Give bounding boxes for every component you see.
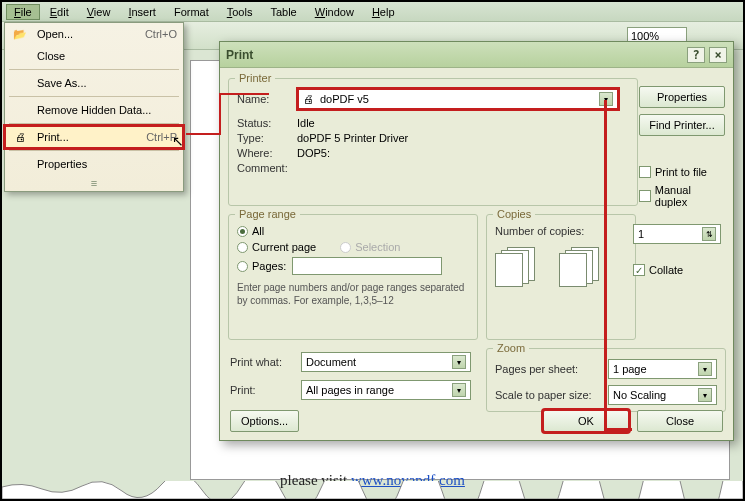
comment-label: Comment: (237, 162, 297, 174)
radio-selection: Selection (340, 241, 400, 253)
copies-illustration (495, 247, 549, 293)
menu-edit[interactable]: Edit (42, 4, 77, 20)
printer-name-select[interactable]: 🖨 doPDF v5 ▾ (298, 89, 618, 109)
radio-all[interactable]: All (237, 225, 264, 237)
open-icon: 📂 (11, 28, 29, 41)
spinner-icon: ⇅ (702, 227, 716, 241)
group-printer-title: Printer (235, 72, 275, 84)
menu-file[interactable]: File (6, 4, 40, 20)
copies-spinner[interactable]: 1 ⇅ (633, 224, 721, 244)
group-page-range: Page range All Current page Selection Pa… (228, 214, 478, 340)
menu-help[interactable]: Help (364, 4, 403, 20)
print-what-label: Print what: (230, 356, 295, 368)
where-label: Where: (237, 147, 297, 159)
menu-view[interactable]: View (79, 4, 119, 20)
collate-checkbox[interactable]: ✓Collate (633, 264, 723, 276)
status-value: Idle (297, 117, 629, 129)
type-label: Type: (237, 132, 297, 144)
radio-current-page[interactable]: Current page (237, 241, 316, 253)
print-to-file-checkbox[interactable]: Print to file (639, 166, 725, 178)
menubar: File Edit View Insert Format Tools Table… (2, 2, 743, 22)
menu-table[interactable]: Table (262, 4, 304, 20)
print-icon: 🖨 (11, 131, 29, 143)
torn-edge (2, 481, 743, 499)
scale-select[interactable]: No Scaling▾ (608, 385, 717, 405)
options-button[interactable]: Options... (230, 410, 299, 432)
file-open[interactable]: 📂 Open... Ctrl+O (5, 23, 183, 45)
status-label: Status: (237, 117, 297, 129)
type-value: doPDF 5 Printer Driver (297, 132, 629, 144)
file-remove-hidden[interactable]: Remove Hidden Data... (5, 99, 183, 121)
print-what-select[interactable]: Document▾ (301, 352, 471, 372)
copies-label: Number of copies: (495, 225, 584, 237)
printer-icon: 🖨 (303, 93, 314, 105)
group-printer: Printer Name: 🖨 doPDF v5 ▾ Status: Idle … (228, 78, 638, 206)
file-saveas[interactable]: Save As... (5, 72, 183, 94)
menu-tools[interactable]: Tools (219, 4, 261, 20)
pages-hint: Enter page numbers and/or page ranges se… (237, 281, 469, 307)
pages-per-sheet-select[interactable]: 1 page▾ (608, 359, 717, 379)
close-button[interactable]: Close (637, 410, 723, 432)
manual-duplex-checkbox[interactable]: Manual duplex (639, 184, 725, 208)
file-expand[interactable]: ≡ (5, 175, 183, 191)
file-close[interactable]: Close (5, 45, 183, 67)
pages-input[interactable] (292, 257, 442, 275)
menu-format[interactable]: Format (166, 4, 217, 20)
radio-pages[interactable]: Pages: (237, 260, 286, 272)
properties-button[interactable]: Properties (639, 86, 725, 108)
file-dropdown: 📂 Open... Ctrl+O Close Save As... Remove… (4, 22, 184, 192)
name-label: Name: (237, 93, 292, 105)
dialog-title: Print (226, 48, 253, 62)
help-button[interactable]: ? (687, 47, 705, 63)
file-properties[interactable]: Properties (5, 153, 183, 175)
menu-insert[interactable]: Insert (120, 4, 164, 20)
pages-per-sheet-label: Pages per sheet: (495, 363, 604, 375)
menu-window[interactable]: Window (307, 4, 362, 20)
close-x-button[interactable]: × (709, 47, 727, 63)
where-value: DOP5: (297, 147, 629, 159)
group-copies: Copies Number of copies: (486, 214, 636, 340)
print-dialog: Print ? × Printer Name: 🖨 doPDF v5 ▾ Sta… (219, 41, 734, 441)
dialog-titlebar: Print ? × (220, 42, 733, 68)
scale-label: Scale to paper size: (495, 389, 604, 401)
comment-value (297, 162, 629, 174)
find-printer-button[interactable]: Find Printer... (639, 114, 725, 136)
group-zoom-title: Zoom (493, 342, 529, 354)
print-range-label: Print: (230, 384, 295, 396)
group-page-range-title: Page range (235, 208, 300, 220)
print-range-select[interactable]: All pages in range▾ (301, 380, 471, 400)
group-copies-title: Copies (493, 208, 535, 220)
file-print[interactable]: 🖨 Print... Ctrl+P (5, 126, 183, 148)
printer-name-value: doPDF v5 (320, 93, 369, 105)
